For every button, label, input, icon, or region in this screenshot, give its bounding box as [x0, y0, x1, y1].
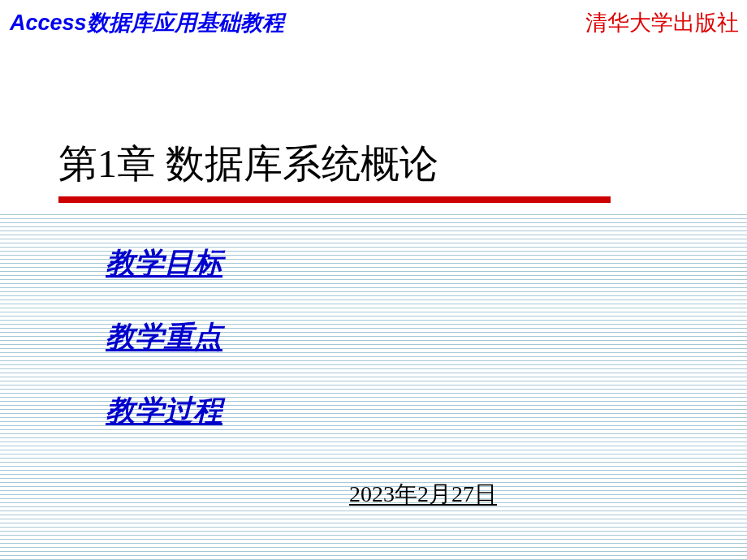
content-item-process: 教学过程 [106, 391, 222, 431]
content-item-keypoints: 教学重点 [106, 317, 222, 357]
title-underline [58, 196, 611, 203]
publisher-name: 清华大学出版社 [585, 8, 739, 37]
content-list: 教学目标 教学重点 教学过程 [106, 243, 222, 465]
chapter-title: 第1章 数据库系统概论 [58, 138, 438, 190]
book-title: Access数据库应用基础教程 [10, 8, 284, 37]
slide-date: 2023年2月27日 [349, 479, 497, 510]
content-item-objectives: 教学目标 [106, 243, 222, 283]
slide-header: Access数据库应用基础教程 清华大学出版社 [0, 0, 747, 37]
